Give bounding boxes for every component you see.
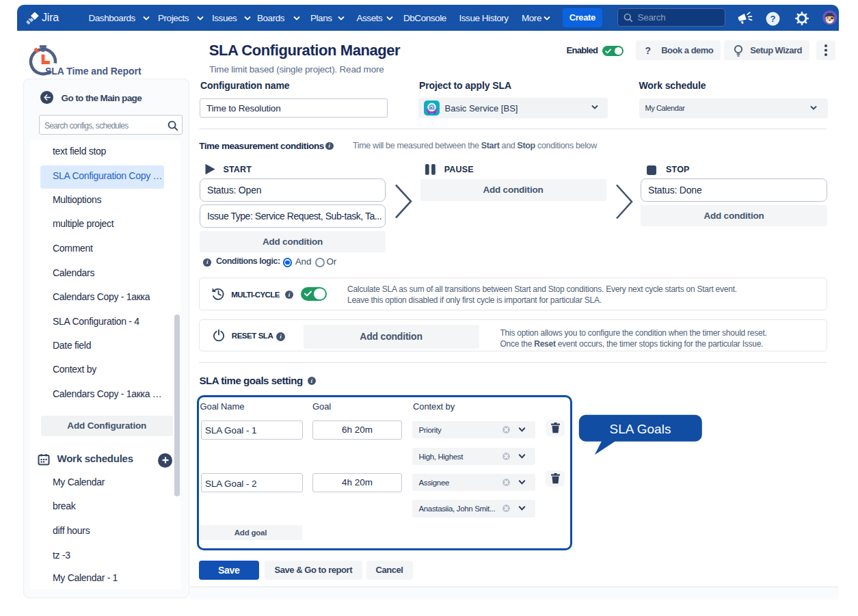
svg-text:SLA Goals: SLA Goals [610,422,671,436]
svg-text:?: ? [770,14,776,24]
